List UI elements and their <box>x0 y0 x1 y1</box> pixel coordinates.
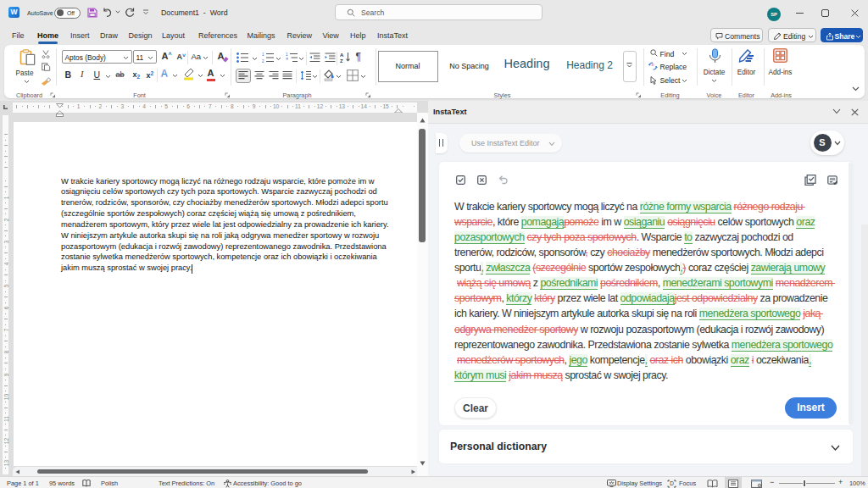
svg-text:D: D <box>670 480 674 486</box>
svg-text:1: 1 <box>286 53 288 57</box>
svg-text:Z: Z <box>340 58 343 63</box>
svg-text:2: 2 <box>262 58 264 63</box>
svg-text:A: A <box>340 53 344 58</box>
svg-text:1: 1 <box>262 53 264 57</box>
